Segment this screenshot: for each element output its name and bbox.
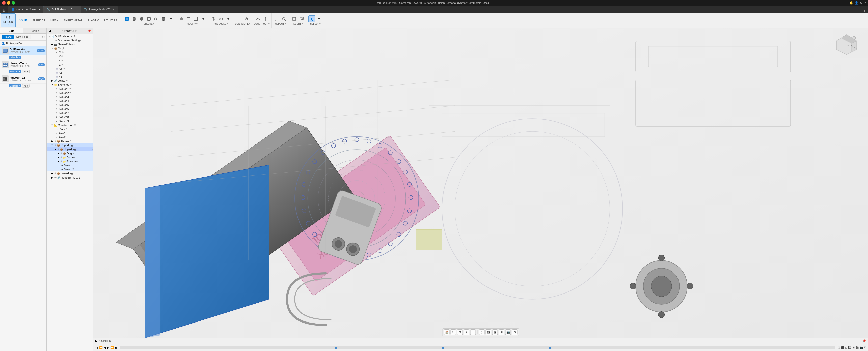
configure-btn1[interactable] bbox=[236, 15, 243, 23]
ul-origin-eye[interactable]: 👁 bbox=[60, 152, 63, 155]
tab-user[interactable]: 👤 Cameron Coward ▾ bbox=[8, 5, 43, 12]
tree-ul-sketches[interactable]: ▼ 👁 📁 Sketches bbox=[47, 159, 93, 163]
tree-joints[interactable]: ▶ 🔗 Joints 👁 bbox=[47, 79, 93, 83]
root-toggle[interactable]: ▼ bbox=[48, 35, 51, 38]
timeline-last[interactable]: ⏭ bbox=[115, 346, 118, 350]
tab-dollskeleton[interactable]: 🔧 DollSkeleton v15* ✕ bbox=[43, 5, 81, 12]
origin-x-eye[interactable]: 👁 bbox=[61, 55, 63, 58]
ul-bodies-eye[interactable]: 👁 bbox=[60, 156, 63, 159]
solid-tab[interactable]: SOLID bbox=[16, 12, 30, 28]
select-label[interactable]: SELECT ▾ bbox=[310, 23, 321, 25]
plastic-tab[interactable]: PLASTIC bbox=[85, 12, 102, 28]
doc-item-linkagetests[interactable]: LinkageTests 10/17/2024 5:15 PM v2 ▾ bbox=[0, 60, 46, 69]
tree-root[interactable]: ▼ 📄 DollSkeleton v16 bbox=[47, 34, 93, 38]
upperleg1-sub-eye[interactable]: 👁 bbox=[57, 148, 60, 151]
origin-xy-eye[interactable]: 👁 bbox=[63, 67, 65, 70]
construction-eye[interactable]: 👁 bbox=[74, 124, 76, 126]
mg996r-eye[interactable]: 👁 bbox=[54, 176, 57, 179]
win-close[interactable] bbox=[2, 1, 5, 4]
insert-label[interactable]: INSERT ▾ bbox=[293, 23, 303, 25]
tree-origin-xz[interactable]: ▭ XZ 👁 bbox=[47, 71, 93, 75]
assemble-joint-btn[interactable] bbox=[217, 15, 224, 23]
modify-label[interactable]: MODIFY ▾ bbox=[187, 23, 197, 25]
create-label[interactable]: CREATE ▾ bbox=[144, 23, 154, 25]
view-ctrl-zoom-out[interactable]: - bbox=[470, 329, 476, 335]
editable-badge-dollskeleton[interactable]: Editable ▾ bbox=[8, 56, 21, 59]
doc-item-dollskeleton[interactable]: DollSkeleton 10/29/2024 9:10 AM v15 ▾ bbox=[0, 46, 46, 56]
ver-badge-linkagetests[interactable]: v2 ▾ bbox=[22, 70, 30, 73]
view-ctrl-house[interactable]: 🏠 bbox=[444, 329, 450, 335]
tree-construction[interactable]: ▼ 📐 Construction 👁 bbox=[47, 123, 93, 127]
upperleg1-eye[interactable]: 👁 bbox=[54, 144, 57, 147]
surface-tab[interactable]: SURFACE bbox=[30, 12, 48, 28]
tl-icon-5[interactable]: ⊞ bbox=[852, 346, 855, 349]
tree-sketch6[interactable]: ✏ Sketch6 bbox=[47, 107, 93, 111]
select-btn[interactable] bbox=[308, 15, 315, 23]
sheetmetal-tab[interactable]: SHEET METAL bbox=[61, 12, 85, 28]
tree-axis1[interactable]: ↕ Axis1 bbox=[47, 131, 93, 135]
view-ctrl-camera[interactable]: 📷 bbox=[505, 329, 511, 335]
modify-press-btn[interactable] bbox=[178, 15, 185, 23]
tree-sketch4[interactable]: ✏ Sketch4 bbox=[47, 99, 93, 103]
tl-icon-8[interactable]: ⚙ bbox=[864, 346, 867, 349]
construct-axis-btn[interactable] bbox=[262, 15, 269, 23]
inspect-measure-btn[interactable] bbox=[273, 15, 280, 23]
tree-sketch1[interactable]: ✏ Sketch1 👁 bbox=[47, 87, 93, 91]
origin-yz-eye[interactable]: 👁 bbox=[63, 75, 65, 78]
create-sphere-btn[interactable] bbox=[138, 15, 145, 23]
tl-icon-4[interactable]: 🔲 bbox=[848, 346, 851, 349]
tree-sketches[interactable]: ▼ 📁 Sketches 👁 bbox=[47, 83, 93, 87]
doc-badge-linkagetests[interactable]: v2 ▾ bbox=[38, 63, 45, 66]
thorax-eye[interactable]: 👁 bbox=[54, 140, 57, 142]
browser-pin[interactable]: 📌 bbox=[88, 29, 91, 33]
tab-linkagetests[interactable]: 🔧 LinkageTests v2* ✕ bbox=[81, 5, 118, 12]
configure-btn2[interactable] bbox=[243, 15, 250, 23]
win-max[interactable] bbox=[11, 1, 15, 4]
assemble-more-btn[interactable]: ▾ bbox=[224, 15, 231, 23]
timeline-prev-multi[interactable]: ⏪ bbox=[99, 346, 103, 350]
tree-origin-o[interactable]: ● O 👁 bbox=[47, 51, 93, 55]
upload-btn[interactable]: Upload bbox=[1, 35, 13, 39]
view-ctrl-display[interactable]: ⬚ bbox=[479, 329, 485, 335]
tree-origin[interactable]: ▼ 📦 Origin bbox=[47, 46, 93, 51]
data-tab[interactable]: Data bbox=[0, 28, 23, 33]
view-ctrl-visual[interactable]: ◪ bbox=[486, 329, 491, 335]
origin-y-eye[interactable]: 👁 bbox=[61, 59, 63, 62]
create-more-btn[interactable]: ▾ bbox=[167, 15, 174, 23]
timeline-track[interactable] bbox=[120, 346, 835, 350]
tree-origin-xy[interactable]: ▭ XY 👁 bbox=[47, 67, 93, 71]
timeline-first[interactable]: ⏮ bbox=[95, 346, 98, 350]
timeline-play[interactable]: ▶ bbox=[107, 346, 109, 350]
insert-btn2[interactable] bbox=[298, 15, 305, 23]
tree-axis2[interactable]: ↕ Axis2 bbox=[47, 135, 93, 139]
construct-label[interactable]: CONSTRUCT ▾ bbox=[254, 23, 270, 25]
panel-settings-icon[interactable]: ⚙ bbox=[42, 35, 45, 39]
view-ctrl-grid[interactable]: ⊞ bbox=[499, 329, 504, 335]
doc-item-mg996r[interactable]: mg996R_v2 10/19/2024 10:05 AM v1 ▾ bbox=[0, 74, 46, 84]
insert-btn1[interactable] bbox=[291, 15, 298, 23]
create-cylinder-btn[interactable] bbox=[131, 15, 138, 23]
editable-badge-mg996r[interactable]: Editable ▾ bbox=[8, 85, 21, 88]
select-more-btn[interactable]: ▾ bbox=[316, 15, 323, 23]
origin-xz-eye[interactable]: 👁 bbox=[63, 71, 65, 74]
tree-lowerleg1[interactable]: ▶ 👁 📦 LowerLeg:1 bbox=[47, 171, 93, 176]
comments-expand-icon[interactable]: ▶ bbox=[95, 340, 97, 343]
tree-plane1[interactable]: ▭ Plane1 bbox=[47, 127, 93, 131]
construct-plane-btn[interactable] bbox=[255, 15, 262, 23]
design-mode-btn[interactable]: ⬡ DESIGN ▾ bbox=[0, 13, 16, 28]
tree-ul-bodies[interactable]: ▼ 👁 📁 Bodies bbox=[47, 155, 93, 159]
doc-badge-mg996r[interactable]: v1 ▾ bbox=[38, 77, 45, 81]
modify-shell-btn[interactable] bbox=[192, 15, 199, 23]
tree-sketch5[interactable]: ✏ Sketch5 bbox=[47, 103, 93, 107]
tree-thorax[interactable]: ▶ 👁 📦 Thorax:1 bbox=[47, 139, 93, 143]
tl-icon-7[interactable]: 📷 bbox=[860, 346, 863, 349]
tl-icon-3[interactable]: ◻ bbox=[845, 346, 847, 349]
ver-badge-mg996r[interactable]: v1 ▾ bbox=[22, 84, 30, 88]
doc-badge-dollskeleton[interactable]: v15 ▾ bbox=[37, 49, 45, 52]
tree-sketch7[interactable]: ✏ Sketch7 bbox=[47, 111, 93, 115]
tree-mg996r[interactable]: ▶ 👁 🔗 mg996R_v2:1.1 bbox=[47, 176, 93, 180]
tree-ul-sketch1[interactable]: ✏ Sketch1 bbox=[47, 163, 93, 167]
lowerleg1-eye[interactable]: 👁 bbox=[54, 172, 57, 175]
tree-ul-sketch2[interactable]: ✏ Sketch2 bbox=[47, 167, 93, 171]
timeline-next[interactable]: ⏩ bbox=[110, 346, 114, 350]
